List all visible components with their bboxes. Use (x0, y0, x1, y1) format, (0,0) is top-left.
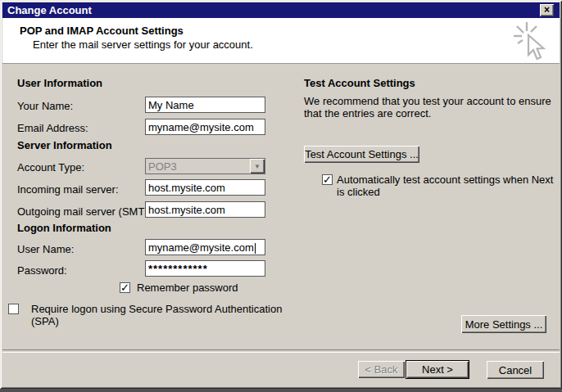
cancel-button[interactable]: Cancel (487, 361, 544, 379)
dropdown-arrow-button[interactable]: ▼ (250, 159, 265, 173)
password-value: ************ (148, 263, 208, 275)
window-title: Change Account (7, 4, 92, 16)
logon-information-heading: Logon Information (17, 222, 111, 234)
chevron-down-icon: ▼ (254, 163, 261, 170)
account-type-dropdown[interactable]: POP3 ▼ (145, 158, 265, 174)
email-address-input[interactable]: myname@mysite.com (145, 119, 265, 135)
user-information-heading: User Information (17, 77, 102, 89)
test-account-settings-description: We recommend that you test your account … (304, 95, 562, 119)
spa-label[interactable]: Require logon using Secure Password Auth… (31, 303, 287, 327)
test-account-settings-heading: Test Account Settings (304, 77, 415, 89)
incoming-server-input[interactable]: host.mysite.com (145, 179, 265, 196)
incoming-server-value: host.mysite.com (148, 182, 225, 194)
next-button-label: Next > (422, 363, 453, 376)
spa-checkbox[interactable] (8, 304, 19, 314)
background-window-sliver (0, 389, 562, 392)
check-icon: ✓ (323, 175, 332, 184)
incoming-server-label: Incoming mail server: (17, 183, 119, 196)
outgoing-server-input[interactable]: host.mysite.com (145, 201, 265, 218)
your-name-input[interactable]: My Name (145, 97, 265, 113)
test-account-settings-button-label: Test Account Settings ... (305, 148, 419, 160)
your-name-label: Your Name: (17, 100, 73, 112)
account-type-label: Account Type: (17, 161, 84, 173)
auto-test-label[interactable]: Automatically test account settings when… (337, 173, 556, 198)
close-icon: × (544, 5, 550, 16)
page-title: POP and IMAP Account Settings (20, 25, 184, 37)
auto-test-checkbox[interactable]: ✓ (322, 174, 333, 185)
your-name-value: My Name (148, 99, 194, 111)
more-settings-button[interactable]: More Settings ... (461, 315, 546, 333)
more-settings-button-label: More Settings ... (465, 318, 543, 331)
back-button[interactable]: < Back (358, 361, 405, 378)
server-information-heading: Server Information (17, 139, 112, 151)
user-name-label: User Name: (17, 243, 74, 255)
titlebar: Change Account (2, 2, 560, 18)
change-account-dialog: Change Account × POP and IMAP Account Se… (0, 0, 562, 389)
wizard-header: POP and IMAP Account Settings Enter the … (2, 18, 560, 64)
bottom-divider (2, 349, 560, 353)
account-type-value: POP3 (148, 160, 177, 173)
password-input[interactable]: ************ (145, 260, 265, 277)
back-button-label: < Back (365, 363, 397, 376)
check-icon: ✓ (120, 283, 129, 292)
user-name-input[interactable]: myname@mysite.com (145, 239, 265, 255)
remember-password-label[interactable]: Remember password (137, 282, 238, 294)
close-button[interactable]: × (540, 4, 554, 16)
email-address-label: Email Address: (17, 122, 88, 134)
click-cursor-icon (512, 20, 553, 63)
outgoing-server-label: Outgoing mail server (SMTP): (17, 205, 158, 218)
outgoing-server-value: host.mysite.com (148, 204, 225, 216)
password-label: Password: (17, 264, 67, 277)
screen: Change Account × POP and IMAP Account Se… (0, 0, 562, 392)
text-caret (255, 243, 256, 254)
cancel-button-label: Cancel (499, 364, 532, 376)
page-subtitle: Enter the mail server settings for your … (33, 38, 253, 51)
user-name-value: myname@mysite.com (148, 241, 254, 254)
next-button[interactable]: Next > (406, 360, 469, 379)
email-address-value: myname@mysite.com (148, 121, 254, 133)
test-account-settings-button[interactable]: Test Account Settings ... (304, 146, 419, 163)
remember-password-checkbox[interactable]: ✓ (120, 282, 130, 293)
